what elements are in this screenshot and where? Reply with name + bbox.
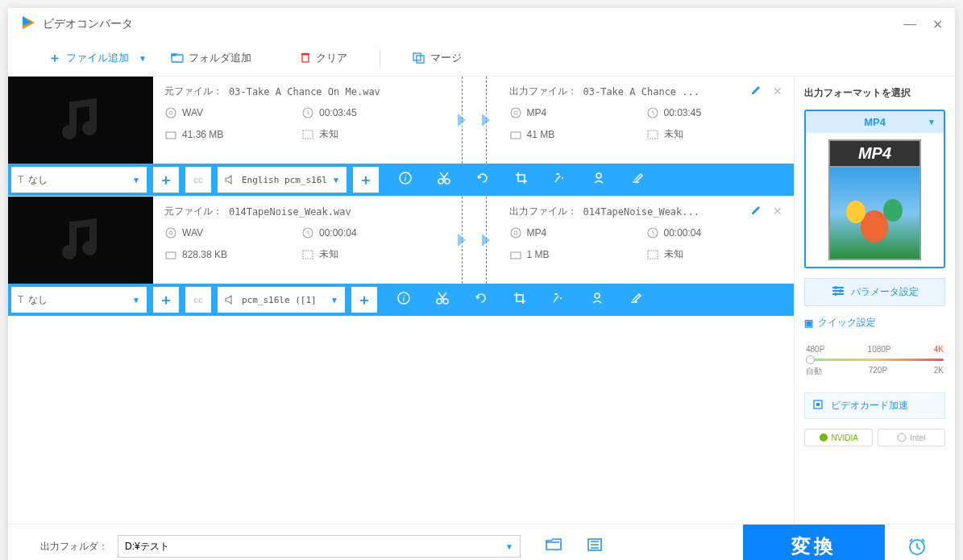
crop-button[interactable] xyxy=(514,171,529,189)
svg-point-46 xyxy=(898,433,906,442)
add-folder-button[interactable]: フォルダ追加 xyxy=(171,51,251,65)
add-audio-button[interactable]: ＋ xyxy=(351,286,378,313)
cut-button[interactable] xyxy=(437,171,451,189)
clear-button[interactable]: クリア xyxy=(300,51,347,65)
window-controls: — ✕ xyxy=(903,17,943,32)
playlist-button[interactable] xyxy=(587,537,603,556)
disc-icon xyxy=(164,106,177,119)
svg-rect-31 xyxy=(648,251,658,259)
folder-plus-icon xyxy=(171,52,184,64)
svg-point-28 xyxy=(514,231,517,234)
subtitle-select[interactable]: T なし ▼ xyxy=(10,286,147,313)
text-icon: T xyxy=(18,174,23,185)
info-button[interactable]: i xyxy=(396,291,411,309)
schedule-button[interactable] xyxy=(895,525,939,561)
subtitle-select[interactable]: T なし ▼ xyxy=(10,166,147,193)
text-icon: T xyxy=(18,294,23,305)
svg-point-8 xyxy=(169,111,172,114)
svg-point-36 xyxy=(595,293,600,298)
plus-square-icon: ▣ xyxy=(804,317,813,329)
output-path-select[interactable]: D:¥テスト ▼ xyxy=(118,535,521,558)
rotate-button[interactable] xyxy=(474,291,488,309)
info-button[interactable]: i xyxy=(398,171,413,189)
thumbnail[interactable] xyxy=(8,197,153,284)
slider-handle[interactable] xyxy=(806,355,815,364)
cc-button[interactable]: cc xyxy=(185,166,212,193)
clock-icon xyxy=(646,226,659,239)
output-info: 出力ファイル：014TapeNoise_Weak... MP4 00:00:04… xyxy=(498,197,795,284)
add-file-button[interactable]: ＋ ファイル追加 ▼ xyxy=(48,50,147,67)
convert-button[interactable]: 変換 xyxy=(743,525,885,561)
edit-output-button[interactable] xyxy=(750,205,762,218)
speaker-icon xyxy=(224,173,237,186)
arrow-divider xyxy=(474,77,498,164)
svg-rect-16 xyxy=(648,131,658,139)
remove-item-button[interactable]: ✕ xyxy=(773,85,782,97)
svg-rect-3 xyxy=(302,55,309,62)
output-folder-label: 出力フォルダ： xyxy=(40,540,108,554)
separator xyxy=(380,48,380,68)
format-selector: MP4 ▼ MP4 xyxy=(804,110,945,268)
arrow-icon xyxy=(482,114,490,127)
minimize-button[interactable]: — xyxy=(903,17,916,32)
format-dropdown[interactable]: MP4 ▼ xyxy=(806,111,944,133)
chevron-down-icon: ▼ xyxy=(132,176,140,185)
main-area: 元ファイル：03-Take A Chance On Me.wav WAV 00:… xyxy=(8,77,955,524)
add-audio-button[interactable]: ＋ xyxy=(352,166,380,193)
crop-button[interactable] xyxy=(513,291,527,309)
watermark-button[interactable] xyxy=(591,171,606,189)
nvidia-badge[interactable]: NVIDIA xyxy=(804,429,873,446)
file-list: 元ファイル：03-Take A Chance On Me.wav WAV 00:… xyxy=(8,77,794,524)
audio-select[interactable]: English pcm_s16l ▼ xyxy=(217,166,347,193)
subtitle-edit-button[interactable] xyxy=(630,171,645,189)
add-subtitle-button[interactable]: ＋ xyxy=(152,286,180,313)
audio-select[interactable]: pcm_s16le ([1] ▼ xyxy=(217,286,346,313)
cut-button[interactable] xyxy=(435,291,450,309)
watermark-button[interactable] xyxy=(590,291,604,309)
svg-rect-11 xyxy=(303,131,313,139)
gpu-accel-button[interactable]: ビデオカード加速 xyxy=(804,392,945,419)
open-folder-button[interactable] xyxy=(545,537,562,556)
resolution-icon xyxy=(646,248,659,261)
svg-point-12 xyxy=(511,108,521,118)
edit-output-button[interactable] xyxy=(750,85,762,98)
app-logo-icon xyxy=(20,15,36,34)
clock-icon xyxy=(646,106,659,119)
arrow-divider xyxy=(450,197,474,284)
format-preview-image xyxy=(828,168,921,260)
resolution-icon xyxy=(646,128,659,141)
app-window: ビデオコンバータ — ✕ ＋ ファイル追加 ▼ フォルダ追加 クリア xyxy=(8,8,955,560)
chip-icon xyxy=(811,398,824,413)
disc-icon xyxy=(164,226,177,239)
subtitle-edit-button[interactable] xyxy=(629,291,643,309)
svg-point-27 xyxy=(511,228,521,238)
rotate-button[interactable] xyxy=(475,171,490,189)
sidebar-title: 出力フォーマットを選択 xyxy=(804,86,945,100)
chevron-down-icon: ▼ xyxy=(132,296,140,305)
clock-icon xyxy=(301,106,314,119)
merge-button[interactable]: マージ xyxy=(413,51,462,65)
effects-button[interactable] xyxy=(553,171,567,189)
effects-button[interactable] xyxy=(551,291,566,309)
parameter-settings-button[interactable]: パラメータ設定 xyxy=(804,278,945,306)
sidebar: 出力フォーマットを選択 MP4 ▼ MP4 パラメータ設定 xyxy=(794,77,955,524)
remove-item-button[interactable]: ✕ xyxy=(773,205,782,218)
svg-point-23 xyxy=(169,231,172,234)
source-info: 元ファイル：014TapeNoise_Weak.wav WAV 00:00:04… xyxy=(153,197,450,284)
chevron-down-icon[interactable]: ▼ xyxy=(139,54,147,63)
clock-icon xyxy=(301,226,314,239)
add-subtitle-button[interactable]: ＋ xyxy=(152,166,180,193)
quality-slider[interactable]: 480P1080P4K 自動720P2K xyxy=(804,339,945,383)
arrow-divider xyxy=(450,77,474,164)
chevron-down-icon: ▼ xyxy=(332,176,340,185)
folder-icon xyxy=(509,248,522,261)
music-note-icon xyxy=(52,212,109,268)
intel-badge[interactable]: Intel xyxy=(878,429,946,446)
resolution-icon xyxy=(301,128,314,141)
svg-rect-10 xyxy=(166,132,176,139)
close-button[interactable]: ✕ xyxy=(932,17,943,32)
svg-point-42 xyxy=(834,292,837,296)
cc-button[interactable]: cc xyxy=(185,286,212,313)
thumbnail[interactable] xyxy=(8,77,153,164)
music-note-icon xyxy=(52,92,109,148)
